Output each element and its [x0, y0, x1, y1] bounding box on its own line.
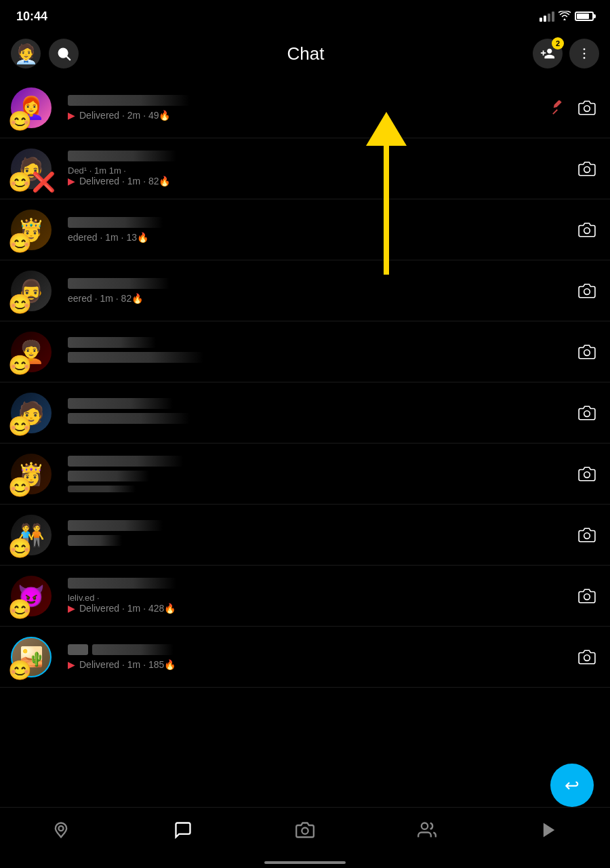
status-text: edered · 1m · 13🔥 — [68, 232, 148, 243]
nav-camera[interactable] — [285, 816, 325, 850]
delivered-icon: ▶ — [68, 603, 75, 614]
svg-point-10 — [584, 227, 590, 233]
chat-name — [68, 456, 183, 467]
chat-avatar-wrapper: 🧑 😊 — [11, 393, 58, 433]
friend-emoji: 😊 — [8, 476, 32, 498]
svg-point-8 — [584, 105, 590, 111]
chat-status: leliv.ed · — [68, 593, 575, 603]
status-time: 10:44 — [16, 9, 47, 24]
camera-button[interactable] — [575, 645, 599, 669]
chat-item[interactable]: 🧔 😊❌ Ded¹ · 1m 1m · ▶ Delivered · 1m · 8… — [0, 138, 610, 199]
svg-marker-21 — [544, 823, 554, 837]
chat-actions — [575, 157, 599, 181]
header: 🧑‍💼 Chat 2 — [0, 30, 610, 77]
friend-emoji: 😊❌ — [8, 171, 56, 193]
chat-name — [68, 337, 156, 348]
chat-actions — [575, 340, 599, 364]
friend-emoji: 😊 — [8, 110, 32, 132]
status-text: Delivered · 2m · 49🔥 — [79, 110, 171, 121]
secondary-status: Ded¹ · 1m 1m · — [68, 165, 126, 176]
nav-friends[interactable] — [407, 816, 447, 850]
chat-preview-2 — [68, 486, 136, 492]
chat-actions — [575, 462, 599, 486]
chat-avatar-wrapper: 🧑‍🦱 😊 — [11, 332, 58, 372]
add-friend-badge: 2 — [552, 37, 564, 50]
add-friend-button[interactable]: 2 — [533, 39, 563, 68]
camera-button[interactable] — [575, 218, 599, 242]
chat-item[interactable]: 👩‍🦰 😊 ▶ Delivered · 2m · 49🔥 — [0, 77, 610, 138]
friends-icon — [418, 821, 436, 844]
svg-point-11 — [584, 288, 590, 294]
header-right: 2 — [533, 39, 599, 68]
chat-preview — [68, 535, 122, 546]
chat-item[interactable]: 🧑‍🦱 😊 — [0, 321, 610, 382]
chat-avatar-wrapper: 🧑‍🤝‍🧑 😊 — [11, 515, 58, 555]
snap-fab[interactable]: ↩ — [550, 764, 594, 807]
chat-item[interactable]: 👸 😊 — [0, 443, 610, 505]
chat-actions — [575, 218, 599, 242]
camera-button[interactable] — [575, 523, 599, 547]
svg-point-18 — [59, 826, 64, 831]
battery-icon — [575, 12, 594, 21]
chat-avatar-wrapper: 👸 😊 — [11, 454, 58, 494]
chat-content: Ded¹ · 1m 1m · ▶ Delivered · 1m · 82🔥 — [68, 151, 575, 186]
svg-point-12 — [584, 349, 590, 355]
chat-status: edered · 1m · 13🔥 — [68, 232, 575, 243]
header-left: 🧑‍💼 — [11, 39, 79, 68]
chat-status: ▶ Delivered · 1m · 185🔥 — [68, 659, 575, 670]
chat-avatar-wrapper: 🧔 😊❌ — [11, 149, 58, 189]
stories-icon — [540, 821, 558, 844]
chat-name — [68, 578, 176, 589]
status-bar: 10:44 — [0, 0, 610, 30]
svg-point-9 — [584, 166, 590, 172]
camera-button[interactable] — [575, 462, 599, 486]
status-text: Delivered · 1m · 185🔥 — [79, 659, 176, 670]
svg-point-19 — [302, 828, 308, 834]
chat-item[interactable]: 🧑 😊 — [0, 382, 610, 443]
secondary-status: leliv.ed · — [68, 593, 100, 603]
chat-item[interactable]: 🏜️ 😊 ▶ Delivered · 1m · 185🔥 — [0, 627, 610, 688]
chat-name — [68, 520, 163, 531]
chat-content: eered · 1m · 82🔥 — [68, 278, 575, 304]
search-button[interactable] — [49, 39, 79, 68]
friend-emoji: 😊 — [8, 659, 32, 682]
chat-list: 👩‍🦰 😊 ▶ Delivered · 2m · 49🔥 — [0, 77, 610, 688]
chat-item[interactable]: 🤴 😊 edered · 1m · 13🔥 — [0, 199, 610, 260]
camera-button[interactable] — [575, 584, 599, 608]
chat-content — [68, 520, 575, 550]
chat-name — [68, 151, 176, 161]
chat-avatar-wrapper: 🏜️ 😊 — [11, 637, 58, 677]
more-options-button[interactable] — [569, 39, 599, 68]
camera-button[interactable] — [575, 340, 599, 364]
friend-emoji: 😊 — [8, 598, 32, 620]
map-icon — [52, 821, 70, 844]
delivered-icon: ▶ — [68, 659, 75, 670]
chat-item[interactable]: 😈 😊 leliv.ed · ▶ Delivered · 1m · 428🔥 — [0, 566, 610, 627]
chat-actions — [575, 401, 599, 425]
nav-chat[interactable] — [163, 816, 203, 850]
chat-actions — [575, 279, 599, 303]
chat-content: ▶ Delivered · 2m · 49🔥 — [68, 95, 549, 121]
camera-button[interactable] — [575, 279, 599, 303]
home-indicator — [264, 861, 346, 864]
chat-item[interactable]: 🧑‍🤝‍🧑 😊 — [0, 505, 610, 566]
camera-button[interactable] — [575, 96, 599, 120]
status-text: Delivered · 1m · 82🔥 — [79, 176, 171, 186]
chat-content: leliv.ed · ▶ Delivered · 1m · 428🔥 — [68, 578, 575, 614]
svg-point-13 — [584, 410, 590, 416]
nav-map[interactable] — [41, 816, 81, 850]
friend-emoji: 😊 — [8, 415, 32, 437]
profile-button[interactable]: 🧑‍💼 — [11, 39, 41, 68]
chat-content: edered · 1m · 13🔥 — [68, 217, 575, 243]
chat-content — [68, 398, 575, 428]
chat-status: eered · 1m · 82🔥 — [68, 293, 575, 304]
chat-preview — [68, 413, 190, 424]
camera-button[interactable] — [575, 157, 599, 181]
chat-preview — [68, 471, 149, 481]
nav-stories[interactable] — [529, 816, 569, 850]
status-text: Delivered · 1m · 428🔥 — [79, 603, 176, 614]
camera-button[interactable] — [575, 401, 599, 425]
chat-item[interactable]: 🧔‍♂️ 😊 eered · 1m · 82🔥 — [0, 260, 610, 321]
chat-avatar-wrapper: 🧔‍♂️ 😊 — [11, 271, 58, 311]
status-text: eered · 1m · 82🔥 — [68, 293, 143, 304]
